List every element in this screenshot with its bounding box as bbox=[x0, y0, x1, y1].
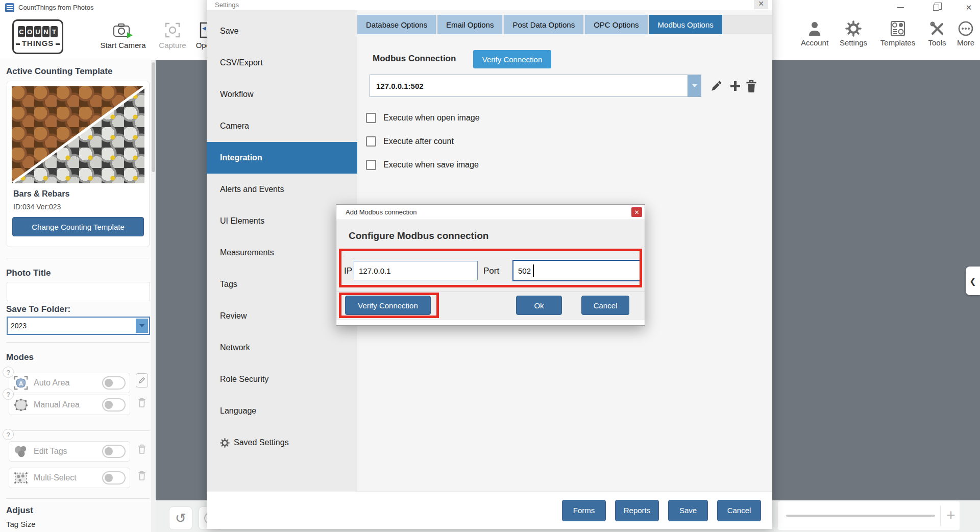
edit-tags-toggle[interactable] bbox=[102, 445, 126, 458]
manual-area-icon bbox=[13, 397, 29, 413]
settings-dialog-titlebar[interactable]: Settings ✕ bbox=[207, 0, 772, 10]
edit-connection-button[interactable] bbox=[708, 78, 725, 94]
nav-item-role-security[interactable]: Role Security bbox=[207, 364, 357, 395]
app-icon bbox=[5, 3, 14, 12]
restore-icon bbox=[933, 5, 939, 11]
checkbox[interactable] bbox=[366, 136, 376, 147]
text-caret bbox=[533, 264, 534, 277]
change-template-button[interactable]: Change Counting Template bbox=[12, 217, 144, 236]
delete-mode-button[interactable] bbox=[136, 468, 148, 482]
delete-connection-button[interactable] bbox=[743, 78, 760, 94]
account-button[interactable]: Account bbox=[796, 20, 833, 47]
restore-button[interactable] bbox=[926, 0, 946, 15]
tab-post-data-options[interactable]: Post Data Options bbox=[504, 15, 583, 34]
plus-icon bbox=[729, 80, 741, 92]
nav-item-save[interactable]: Save bbox=[207, 15, 357, 47]
separator bbox=[940, 505, 941, 526]
collapse-panel-handle[interactable]: ❮ bbox=[966, 267, 980, 295]
nav-item-alerts-and-events[interactable]: Alerts and Events bbox=[207, 174, 357, 205]
folder-select[interactable]: 2023 bbox=[7, 317, 150, 335]
mode-row-multi-select[interactable]: Multi-Select bbox=[9, 468, 130, 488]
mode-row-edit-tags[interactable]: Edit Tags bbox=[9, 441, 130, 462]
multi-select-icon bbox=[13, 470, 29, 486]
nav-item-tags[interactable]: Tags bbox=[207, 269, 357, 300]
tools-button[interactable]: Tools bbox=[923, 20, 951, 47]
scrollbar-thumb[interactable] bbox=[152, 62, 155, 172]
verify-connection-button[interactable]: Verify Connection bbox=[473, 50, 551, 68]
manual-area-toggle[interactable] bbox=[102, 398, 126, 412]
close-icon: ✕ bbox=[966, 3, 972, 12]
modal-titlebar[interactable]: Add Modbus connection ✕ bbox=[336, 205, 645, 220]
forms-button[interactable]: Forms bbox=[562, 500, 606, 521]
template-name: Bars & Rebars bbox=[13, 189, 69, 199]
divider bbox=[6, 498, 150, 499]
capture-button[interactable]: Capture bbox=[156, 21, 189, 50]
close-button[interactable]: ✕ bbox=[959, 0, 979, 15]
modal-verify-connection-button[interactable]: Verify Connection bbox=[345, 296, 431, 315]
auto-area-toggle[interactable] bbox=[102, 376, 126, 390]
settings-button[interactable]: Settings bbox=[835, 20, 872, 47]
sidebar-scrollbar[interactable] bbox=[151, 60, 156, 532]
rotate-icon: ↺ bbox=[175, 511, 186, 526]
ip-input[interactable] bbox=[354, 261, 478, 280]
more-button[interactable]: More bbox=[952, 20, 979, 47]
checkbox-row-save-image[interactable]: Execute when save image bbox=[366, 157, 479, 173]
photo-title-heading: Photo Title bbox=[6, 268, 51, 278]
modbus-connection-dropdown[interactable]: 127.0.0.1:502 bbox=[370, 75, 701, 97]
nav-item-measurements[interactable]: Measurements bbox=[207, 237, 357, 269]
multi-select-toggle[interactable] bbox=[102, 471, 126, 485]
tab-opc-options[interactable]: OPC Options bbox=[585, 15, 647, 34]
templates-button[interactable]: Templates bbox=[875, 20, 921, 47]
port-input[interactable] bbox=[512, 260, 641, 281]
mode-row-auto-area[interactable]: A Auto Area bbox=[9, 373, 130, 393]
chevron-left-icon: ❮ bbox=[969, 276, 976, 286]
modal-cancel-button[interactable]: Cancel bbox=[581, 296, 629, 315]
cancel-button[interactable]: Cancel bbox=[717, 500, 761, 521]
modal-footer bbox=[336, 320, 645, 325]
dropdown-chevron-button[interactable] bbox=[688, 75, 701, 96]
help-badge[interactable]: ? bbox=[3, 389, 14, 400]
checkbox[interactable] bbox=[366, 160, 376, 170]
help-badge[interactable]: ? bbox=[3, 367, 14, 378]
minimize-button[interactable] bbox=[890, 0, 911, 15]
delete-mode-button[interactable] bbox=[136, 442, 148, 456]
settings-close-button[interactable]: ✕ bbox=[754, 0, 768, 9]
modal-close-button[interactable]: ✕ bbox=[631, 207, 642, 217]
reports-button[interactable]: Reports bbox=[615, 500, 659, 521]
divider bbox=[6, 342, 150, 343]
rotate-button[interactable]: ↺ bbox=[169, 506, 192, 530]
template-image bbox=[12, 86, 144, 183]
nav-item-camera[interactable]: Camera bbox=[207, 110, 357, 142]
nav-item-integration[interactable]: Integration bbox=[207, 142, 357, 174]
tab-modbus-options[interactable]: Modbus Options bbox=[649, 15, 722, 34]
edit-mode-button[interactable] bbox=[136, 373, 148, 388]
more-icon bbox=[957, 20, 974, 37]
photo-title-input[interactable] bbox=[7, 282, 150, 301]
checkbox[interactable] bbox=[366, 113, 376, 123]
checkbox-row-open-image[interactable]: Execute when open image bbox=[366, 110, 480, 126]
nav-item-network[interactable]: Network bbox=[207, 332, 357, 364]
tab-database-options[interactable]: Database Options bbox=[357, 15, 436, 34]
mode-row-manual-area[interactable]: Manual Area bbox=[9, 395, 130, 415]
start-camera-button[interactable]: Start Camera bbox=[95, 21, 151, 50]
nav-item-saved-settings[interactable]: Saved Settings bbox=[207, 427, 357, 458]
mode-label: Manual Area bbox=[34, 400, 102, 409]
zoom-in-button[interactable]: + bbox=[943, 504, 959, 526]
nav-item-csv-export[interactable]: CSV/Export bbox=[207, 47, 357, 79]
add-connection-button[interactable] bbox=[727, 78, 743, 94]
nav-item-workflow[interactable]: Workflow bbox=[207, 79, 357, 110]
chevron-down-icon[interactable] bbox=[136, 319, 148, 333]
tab-email-options[interactable]: Email Options bbox=[437, 15, 502, 34]
nav-item-review[interactable]: Review bbox=[207, 300, 357, 332]
checkbox-row-after-count[interactable]: Execute after count bbox=[366, 134, 454, 149]
modal-ok-button[interactable]: Ok bbox=[516, 296, 562, 315]
ip-label: IP bbox=[344, 266, 352, 276]
delete-mode-button[interactable] bbox=[136, 395, 148, 409]
zoom-slider-panel: + bbox=[778, 501, 960, 530]
nav-item-language[interactable]: Language bbox=[207, 395, 357, 427]
zoom-slider[interactable] bbox=[786, 515, 935, 517]
nav-item-ui-elements[interactable]: UI Elements bbox=[207, 205, 357, 237]
help-badge[interactable]: ? bbox=[3, 429, 14, 440]
save-button[interactable]: Save bbox=[668, 500, 708, 521]
folder-value: 2023 bbox=[11, 322, 27, 330]
